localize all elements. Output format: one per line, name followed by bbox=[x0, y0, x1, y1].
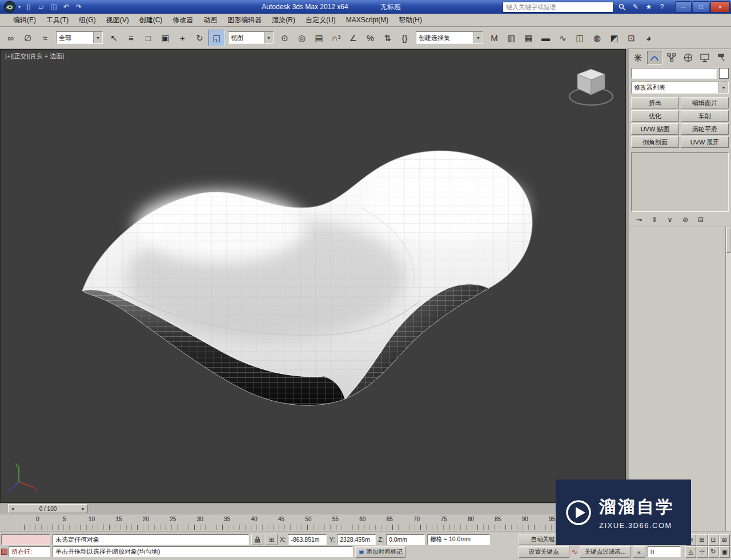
save-file-icon[interactable]: ◫ bbox=[48, 2, 59, 12]
field-of-view-icon[interactable]: ◬ bbox=[685, 546, 696, 558]
modifier-quick-button[interactable]: UVW 展开 bbox=[681, 136, 729, 148]
zoom-extents-all-icon[interactable]: ⊠ bbox=[719, 534, 730, 546]
select-by-name-icon[interactable]: ≡ bbox=[123, 30, 139, 46]
search-input[interactable] bbox=[505, 3, 611, 11]
object-name-field[interactable] bbox=[631, 68, 717, 79]
pin-stack-icon[interactable]: ⊸ bbox=[633, 215, 645, 225]
time-slider-handle[interactable]: ◄ 0 / 100 ► bbox=[8, 504, 88, 513]
z-coordinate-field[interactable]: 0.0mm bbox=[386, 534, 425, 545]
viewcube[interactable] bbox=[567, 63, 615, 111]
named-selection-sets-dropdown[interactable]: 创建选择集 ▼ bbox=[416, 31, 483, 44]
selection-filter-dropdown[interactable]: 全部 ▼ bbox=[56, 31, 103, 44]
close-button[interactable]: × bbox=[710, 1, 730, 13]
select-object-icon[interactable]: ↖ bbox=[106, 30, 122, 46]
rendered-frame-window-icon[interactable]: ⊡ bbox=[623, 30, 640, 46]
modifier-stack-list[interactable] bbox=[631, 152, 729, 212]
angle-snap-icon[interactable]: ∠ bbox=[345, 30, 362, 46]
schematic-view-icon[interactable]: ◫ bbox=[572, 30, 588, 46]
modifier-quick-button[interactable]: 优化 bbox=[631, 110, 679, 122]
bind-to-space-warp-icon[interactable]: ≈ bbox=[37, 30, 53, 46]
material-editor-icon[interactable]: ◍ bbox=[589, 30, 605, 46]
new-scene-icon[interactable]: ▯ bbox=[23, 2, 34, 12]
viewport-label[interactable]: [+][正交][真实 + 边面] bbox=[5, 52, 64, 61]
menu-modifiers[interactable]: 修改器 bbox=[167, 14, 198, 26]
viewport[interactable]: [+][正交][真实 + 边面] bbox=[0, 49, 626, 503]
configure-modifier-sets-icon[interactable]: ⊞ bbox=[695, 215, 706, 225]
favorites-star-icon[interactable]: ★ bbox=[644, 2, 654, 12]
maximize-button[interactable]: □ bbox=[693, 1, 709, 13]
menu-animation[interactable]: 动画 bbox=[198, 14, 222, 26]
window-crossing-icon[interactable]: ▣ bbox=[157, 30, 174, 46]
menu-maxscript[interactable]: MAXScript(M) bbox=[341, 15, 394, 25]
use-pivot-point-center-icon[interactable]: ⊙ bbox=[276, 30, 293, 46]
orbit-icon[interactable]: ↻ bbox=[708, 546, 719, 558]
snaps-toggle-icon[interactable]: ∩³ bbox=[328, 30, 344, 46]
absolute-mode-transform-icon[interactable]: ⊞ bbox=[266, 534, 278, 545]
select-and-scale-icon[interactable]: ◱ bbox=[208, 30, 225, 46]
mirror-icon[interactable]: M bbox=[486, 30, 503, 46]
undo-icon[interactable]: ↶ bbox=[61, 2, 72, 12]
align-icon[interactable]: ▥ bbox=[503, 30, 520, 46]
open-file-icon[interactable]: ▱ bbox=[35, 2, 47, 12]
previous-frame-arrow-icon[interactable]: ◄ bbox=[10, 506, 15, 511]
signin-icon[interactable]: ✎ bbox=[630, 2, 641, 12]
reference-coordinate-dropdown[interactable]: 视图 ▼ bbox=[228, 31, 274, 44]
maximize-viewport-toggle-icon[interactable]: ▣ bbox=[719, 546, 730, 558]
ribbon-toggle-icon[interactable]: ▬ bbox=[537, 30, 554, 46]
modifier-list-dropdown[interactable]: 修改器列表 ▼ bbox=[631, 82, 729, 94]
redo-icon[interactable]: ↷ bbox=[73, 2, 85, 12]
show-end-result-icon[interactable]: ‖ bbox=[649, 215, 660, 225]
object-color-swatch[interactable] bbox=[719, 68, 729, 79]
pan-icon[interactable]: ⊹ bbox=[697, 546, 708, 558]
modifier-quick-button[interactable]: UVW 贴图 bbox=[631, 123, 679, 135]
unlink-selection-icon[interactable]: ∅ bbox=[19, 30, 36, 46]
select-and-move-icon[interactable]: + bbox=[174, 30, 191, 46]
modifier-quick-button[interactable]: 涡轮平滑 bbox=[681, 123, 729, 135]
menu-group[interactable]: 组(G) bbox=[74, 14, 101, 26]
remove-modifier-icon[interactable]: ⊘ bbox=[680, 215, 691, 225]
rectangular-selection-region-icon[interactable]: □ bbox=[140, 30, 156, 46]
percent-snap-icon[interactable]: % bbox=[362, 30, 379, 46]
tab-create[interactable] bbox=[630, 51, 645, 65]
tab-display[interactable] bbox=[697, 51, 712, 65]
tab-hierarchy[interactable] bbox=[664, 51, 679, 65]
infocenter-search[interactable] bbox=[503, 2, 613, 13]
track-bar[interactable]: 0510152025303540455055606570758085909510… bbox=[0, 514, 626, 531]
go-to-start-button[interactable]: « bbox=[633, 546, 645, 558]
tab-utilities[interactable] bbox=[714, 51, 729, 65]
menu-create[interactable]: 创建(C) bbox=[134, 14, 168, 26]
render-production-icon[interactable]: ◕ bbox=[640, 30, 657, 46]
curve-editor-icon[interactable]: ∿ bbox=[555, 30, 571, 46]
menu-views[interactable]: 视图(V) bbox=[101, 14, 134, 26]
set-key-button[interactable]: 设置关键点 bbox=[519, 546, 569, 558]
menu-help[interactable]: 帮助(H) bbox=[393, 14, 427, 26]
tab-motion[interactable] bbox=[681, 51, 696, 65]
key-filters-button[interactable]: 关键点过滤器... bbox=[580, 546, 630, 558]
select-and-manipulate-icon[interactable]: ◎ bbox=[294, 30, 310, 46]
modifier-quick-button[interactable]: 车削 bbox=[681, 110, 729, 122]
menu-customize[interactable]: 自定义(U) bbox=[300, 14, 341, 26]
selection-lock-toggle[interactable] bbox=[251, 534, 263, 545]
search-icon[interactable] bbox=[617, 2, 627, 12]
tab-modify[interactable] bbox=[647, 51, 662, 65]
maxscript-mini-recorder[interactable] bbox=[1, 534, 50, 545]
add-time-tag-button[interactable]: ▣ 添加时间标记 bbox=[355, 546, 405, 558]
menu-rendering[interactable]: 渲染(R) bbox=[267, 14, 300, 26]
modifier-quick-button[interactable]: 编辑面片 bbox=[681, 97, 729, 108]
spinner-snap-icon[interactable]: ⇅ bbox=[379, 30, 396, 46]
y-coordinate-field[interactable]: 2328.455m bbox=[337, 534, 376, 545]
modifier-quick-button[interactable]: 倒角剖面 bbox=[631, 136, 679, 148]
max-logo-icon[interactable] bbox=[1, 1, 18, 13]
modifier-quick-button[interactable]: 挤出 bbox=[631, 97, 679, 108]
keyboard-shortcut-override-icon[interactable]: ▤ bbox=[311, 30, 327, 46]
edit-named-selection-sets-icon[interactable]: {} bbox=[396, 30, 413, 46]
next-frame-arrow-icon[interactable]: ► bbox=[81, 506, 86, 511]
zoom-extents-icon[interactable]: ⊡ bbox=[708, 534, 719, 546]
x-coordinate-field[interactable]: -863.851m bbox=[288, 534, 327, 545]
help-icon[interactable]: ? bbox=[657, 2, 667, 12]
menu-tools[interactable]: 工具(T) bbox=[41, 14, 74, 26]
select-and-rotate-icon[interactable]: ↻ bbox=[191, 30, 208, 46]
panel-scrollbar[interactable] bbox=[725, 227, 731, 531]
menu-edit[interactable]: 编辑(E) bbox=[8, 14, 41, 26]
current-frame-field[interactable]: 0 bbox=[648, 546, 681, 557]
